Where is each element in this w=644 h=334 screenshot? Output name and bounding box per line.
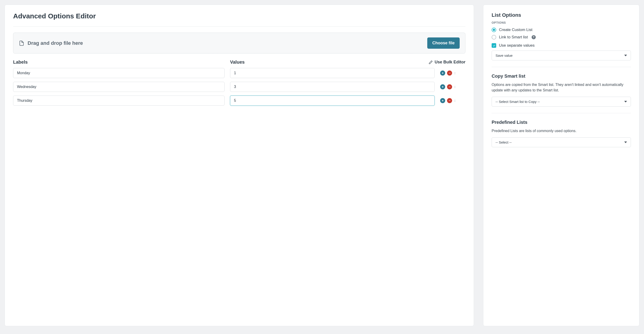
remove-row-button[interactable]: − [447, 70, 452, 76]
value-input[interactable] [230, 82, 434, 92]
chevron-down-icon [624, 141, 627, 143]
labels-header: Labels [13, 59, 224, 65]
columns-header: Labels Values Use Bulk Editor [13, 59, 466, 65]
choose-file-button[interactable]: Choose file [427, 37, 460, 49]
add-row-button[interactable]: + [440, 70, 445, 76]
rows-container: +−↕+−↕+−↕ [13, 68, 466, 106]
remove-row-button[interactable]: − [447, 98, 452, 103]
checkbox-icon [492, 43, 496, 48]
remove-row-button[interactable]: − [447, 84, 452, 89]
row-actions: +−↕ [440, 98, 466, 103]
add-row-button[interactable]: + [440, 98, 445, 103]
predefined-lists-select-label: -- Select -- [496, 140, 512, 144]
copy-smart-list-select-label: -- Select Smart list to Copy -- [496, 100, 540, 104]
dropzone-left: Drag and drop file here [19, 40, 83, 46]
copy-smart-list-heading: Copy Smart list [492, 73, 631, 79]
bulk-editor-label: Use Bulk Editor [434, 60, 466, 64]
add-row-button[interactable]: + [440, 84, 445, 89]
use-bulk-editor-button[interactable]: Use Bulk Editor [429, 60, 466, 64]
radio-create-custom-list[interactable]: Create Custom List [492, 27, 631, 32]
row-actions: +−↕ [440, 70, 466, 76]
predefined-lists-heading: Predefined Lists [492, 120, 631, 125]
drag-handle-icon[interactable]: ↕ [454, 98, 456, 103]
radio-icon [492, 27, 496, 32]
divider [13, 26, 466, 27]
label-input[interactable] [13, 82, 224, 92]
value-input[interactable] [230, 68, 434, 78]
save-mode-select-label: Save value [496, 53, 512, 57]
copy-smart-list-desc: Options are copied from the Smart list. … [492, 82, 631, 93]
value-input[interactable] [230, 96, 434, 106]
predefined-lists-desc: Predefined Lists are lists of commonly u… [492, 128, 631, 134]
label-input[interactable] [13, 96, 224, 106]
use-separate-values-checkbox[interactable]: Use separate values [492, 43, 631, 48]
side-divider [492, 67, 631, 67]
copy-smart-list-select[interactable]: -- Select Smart list to Copy -- [492, 97, 631, 107]
help-icon[interactable]: ? [532, 35, 536, 39]
label-input[interactable] [13, 68, 224, 78]
list-options-title: List Options [492, 12, 631, 18]
radio-link-label: Link to Smart list [499, 35, 528, 39]
pencil-icon [429, 60, 433, 64]
option-row: +−↕ [13, 82, 466, 92]
use-separate-values-label: Use separate values [499, 43, 534, 48]
file-dropzone[interactable]: Drag and drop file here Choose file [13, 33, 466, 53]
side-panel: List Options OPTIONS Create Custom List … [483, 4, 640, 326]
options-label: OPTIONS [492, 21, 631, 24]
chevron-down-icon [624, 55, 627, 56]
drag-handle-icon[interactable]: ↕ [454, 71, 456, 75]
predefined-lists-select[interactable]: -- Select -- [492, 137, 631, 147]
side-divider [492, 113, 631, 113]
page-title: Advanced Options Editor [13, 12, 466, 20]
main-panel: Advanced Options Editor Drag and drop fi… [4, 4, 474, 326]
option-row: +−↕ [13, 96, 466, 106]
values-header: Values [230, 59, 423, 65]
file-icon [19, 40, 24, 46]
row-actions: +−↕ [440, 84, 466, 89]
dropzone-text: Drag and drop file here [28, 40, 83, 46]
radio-icon [492, 35, 496, 39]
radio-link-smart-list[interactable]: Link to Smart list ? [492, 35, 631, 39]
drag-handle-icon[interactable]: ↕ [454, 85, 456, 89]
option-row: +−↕ [13, 68, 466, 78]
chevron-down-icon [624, 101, 627, 102]
save-mode-select[interactable]: Save value [492, 50, 631, 60]
radio-create-label: Create Custom List [499, 27, 532, 32]
